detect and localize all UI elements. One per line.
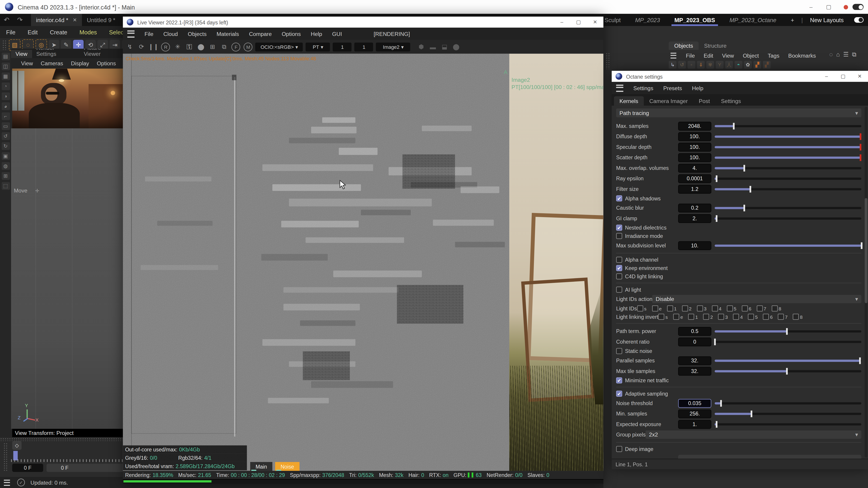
checkbox-irradiance-mode[interactable] (616, 233, 622, 239)
lv-menu-compare[interactable]: Compare (244, 31, 277, 37)
lv-menu-file[interactable]: File (140, 31, 158, 37)
live-viewer-titlebar[interactable]: Live Viewer 2022.1-[R3] (354 days left) … (123, 17, 603, 28)
lightid-option-5[interactable]: 5 (748, 314, 763, 320)
height-field[interactable]: 1 (354, 42, 373, 51)
lightid-checkbox[interactable] (688, 314, 694, 320)
lightid-checkbox[interactable] (703, 314, 709, 320)
hexagon-sphere-icon[interactable]: ⬢ (416, 42, 426, 52)
camera-icon[interactable]: ⬓ (440, 42, 450, 52)
search-icon[interactable]: ◌ (829, 51, 833, 58)
objects-menu-object[interactable]: Object (739, 52, 763, 58)
left-tool-icon-5[interactable]: ◑ (1, 92, 10, 100)
lightid-option-e[interactable]: e (673, 314, 688, 320)
slider-handle[interactable] (749, 186, 751, 192)
slider-handle[interactable] (751, 410, 752, 417)
lightid-checkbox[interactable] (682, 305, 688, 312)
viewport-menu-display[interactable]: Display (67, 60, 93, 66)
octane-tab-camera-imager[interactable]: Camera Imager (644, 96, 693, 106)
left-tool-icon-10[interactable]: ↻ (1, 142, 10, 150)
lv-menu-icon[interactable] (127, 30, 134, 37)
param-value-field[interactable]: 0 (678, 337, 711, 346)
lightid-option-e[interactable]: e (652, 305, 667, 312)
checkbox-adaptive-sampling[interactable]: ✔ (616, 391, 622, 397)
param-value-field[interactable]: 2. (678, 214, 711, 223)
left-tool-icon-11[interactable]: ▣ (1, 152, 10, 160)
left-tool-icon-8[interactable]: ▭ (1, 122, 10, 130)
param-value-field[interactable]: 100. (678, 142, 711, 151)
pass-tab-noise[interactable]: Noise (275, 462, 300, 471)
param-slider[interactable] (715, 164, 862, 172)
lightid-option-7[interactable]: 7 (778, 314, 793, 320)
dim-gear-icon[interactable]: ✾ (706, 61, 714, 68)
lightid-option-3[interactable]: 3 (718, 314, 733, 320)
lightid-option-8[interactable]: 8 (793, 314, 808, 320)
lv-menu-objects[interactable]: Objects (183, 31, 212, 37)
export-icon[interactable]: ⧉ (852, 51, 856, 58)
c4d-viewport[interactable] (11, 128, 123, 429)
width-field[interactable]: 1 (333, 42, 352, 51)
param-value-field[interactable]: 0.5 (678, 327, 711, 335)
octane-scrollbar[interactable] (865, 107, 867, 458)
checkbox-alpha-channel[interactable] (616, 257, 622, 263)
lock-resolution-icon[interactable]: ⚿ (185, 42, 194, 52)
dropdown-light-ids-action[interactable]: Disable▾ (652, 295, 862, 303)
param-value-field[interactable]: 32. (678, 366, 711, 375)
slider-handle[interactable] (786, 367, 787, 374)
slider-handle[interactable] (861, 242, 862, 249)
add-render-region-icon[interactable]: ⊞ (208, 42, 217, 52)
menu-modes[interactable]: Modes (73, 29, 103, 35)
lightid-checkbox[interactable] (712, 305, 718, 312)
param-slider[interactable] (715, 327, 862, 335)
viewport-menu-cameras[interactable]: Cameras (37, 60, 67, 66)
toolbar-drag-handle[interactable] (2, 40, 7, 50)
lv-menu-options[interactable]: Options (277, 31, 306, 37)
lightid-checkbox[interactable] (726, 305, 733, 312)
minimize-button[interactable]: – (804, 4, 818, 10)
layout-tab-mp_2023_obs[interactable]: MP_2023_OBS (667, 14, 722, 26)
document-tab[interactable]: interior.c4d *✕ (31, 14, 82, 26)
pause-render-icon[interactable]: ❙❙ (148, 42, 158, 52)
octane-minimize-button[interactable]: – (818, 74, 835, 79)
redo-icon[interactable]: ↷ (13, 16, 27, 24)
lightid-option-1[interactable]: 1 (688, 314, 703, 320)
kernel-type-dropdown[interactable]: Path tracing▾ (616, 108, 862, 117)
param-slider[interactable] (715, 143, 862, 151)
left-tool-icon-2[interactable]: ◫ (1, 63, 10, 70)
viewport-tab-view[interactable]: View (11, 50, 32, 58)
lightid-checkbox[interactable] (778, 314, 784, 320)
lightid-option-4[interactable]: 4 (712, 305, 726, 312)
param-slider[interactable] (715, 241, 862, 249)
tab-close-icon[interactable]: ✕ (73, 17, 77, 23)
drop-box-icon[interactable]: ⇓ (697, 61, 705, 68)
render-view[interactable]: Check:5ms/14ms. MeshGen:1.87sec Update[C… (123, 54, 603, 471)
param-value-field[interactable]: 1. (678, 420, 711, 429)
viewport-menu-options[interactable]: Options (93, 60, 120, 66)
checkbox-nested-dielectrics[interactable]: ✔ (616, 225, 622, 231)
octane-tab-settings[interactable]: Settings (715, 96, 746, 106)
octane-menu-presets[interactable]: Presets (658, 85, 687, 91)
skeleton-icon[interactable]: Y (716, 61, 723, 68)
param-slider[interactable] (715, 185, 862, 193)
slider-handle[interactable] (716, 175, 717, 182)
panel-drag-handle[interactable] (606, 53, 610, 69)
left-tool-icon-4[interactable]: ◔ (1, 83, 10, 90)
current-frame-field[interactable]: 0 F (12, 464, 43, 472)
param-slider[interactable] (715, 420, 862, 428)
objects-menu-icon[interactable] (671, 53, 676, 58)
octane-maximize-button[interactable]: ▢ (835, 74, 851, 79)
param-value-field[interactable]: 0.0001 (678, 174, 711, 183)
octane-titlebar[interactable]: Octane settings – ▢ ✕ (612, 71, 868, 82)
lv-close-button[interactable]: ✕ (587, 20, 603, 25)
refresh-render-icon[interactable]: ⟳ (137, 42, 146, 52)
octane-menu-help[interactable]: Help (687, 85, 708, 91)
titlebar-toggle[interactable] (852, 4, 864, 10)
left-tool-icon-12[interactable]: ◍ (1, 162, 10, 170)
param-slider[interactable] (715, 367, 862, 375)
region-render-icon[interactable]: R (161, 42, 170, 51)
lightid-checkbox[interactable] (667, 305, 673, 312)
render-settings-gear-icon[interactable]: ✳ (173, 42, 182, 52)
slider-handle[interactable] (714, 338, 716, 345)
dim-tiles-icon[interactable]: ▞ (763, 61, 771, 68)
checkbox-keep-environment[interactable]: ✔ (616, 265, 622, 271)
checkbox-ai-light[interactable] (616, 287, 622, 293)
